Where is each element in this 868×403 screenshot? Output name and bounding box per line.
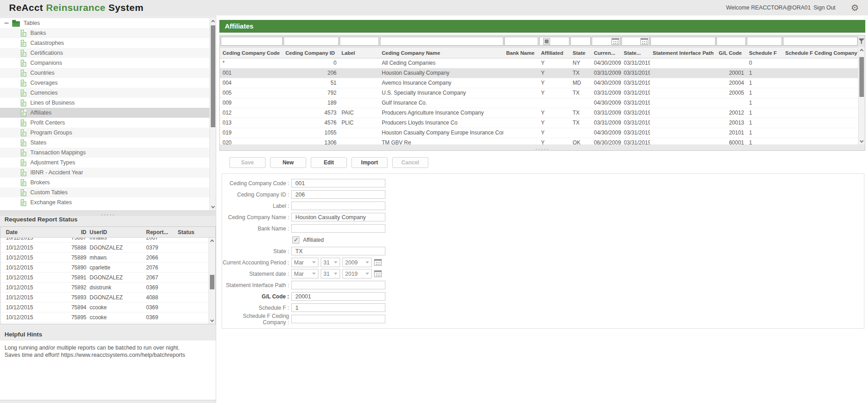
report-row[interactable]: 10/12/201575891DGONZALEZ2067: [0, 273, 209, 283]
filter-ceding-company-id[interactable]: [284, 37, 339, 46]
filter-label[interactable]: [340, 37, 379, 46]
filter-g-l-code[interactable]: [716, 37, 746, 46]
report-row[interactable]: 10/12/201575890cparlette2076: [0, 263, 209, 273]
grid-splitter[interactable]: ·····: [220, 144, 865, 150]
cap-month-select[interactable]: Mar: [291, 258, 318, 267]
report-row[interactable]: 10/12/201575892dsistrunk0369: [0, 283, 209, 293]
label-input[interactable]: [291, 202, 385, 210]
tree-item-currencies[interactable]: Currencies: [0, 88, 216, 98]
report-row[interactable]: 10/12/201575893DGONZALEZ4088: [0, 293, 209, 302]
col-header-state[interactable]: State: [570, 48, 591, 58]
calendar-icon[interactable]: [640, 38, 648, 45]
affiliated-checkbox[interactable]: [292, 236, 299, 244]
tree-item-certifications[interactable]: Certifications: [0, 48, 216, 58]
tree-item-transaction-mappings[interactable]: Transaction Mappings: [0, 148, 216, 158]
grid-row[interactable]: 0201306TM GBV ReYOK06/30/200903/31/20196…: [220, 138, 858, 144]
col-header-ceding-company-id[interactable]: Ceding Company ID: [283, 48, 339, 58]
filter-statement-interface-path[interactable]: [650, 37, 716, 46]
grid-scrollbar[interactable]: [858, 47, 865, 144]
tree-root-tables[interactable]: Tables: [0, 18, 216, 28]
report-col-header-report[interactable]: Report...: [145, 227, 177, 237]
col-header-statement-interface-path[interactable]: Statement Interface Path: [650, 48, 716, 58]
scrollbar-thumb[interactable]: [210, 275, 214, 289]
bank-name-input[interactable]: [291, 224, 385, 233]
col-header-curren[interactable]: Curren...: [591, 48, 621, 58]
tree-item-lines-of-business[interactable]: Lines of Business: [0, 98, 216, 108]
filter-state[interactable]: [621, 37, 650, 46]
col-header-g-l-code[interactable]: G/L Code: [716, 48, 746, 58]
cap-day-select[interactable]: 31: [321, 258, 340, 267]
grid-row[interactable]: 005792U.S. Specialty Insurance CompanyYT…: [220, 88, 858, 98]
ceding-company-id-input[interactable]: [291, 190, 385, 199]
grid-row[interactable]: 009189Gulf Insurance Co.04/30/200903/31/…: [220, 98, 858, 108]
grid-row[interactable]: 0191055Houston Casualty Company Europe I…: [220, 128, 858, 138]
import-button[interactable]: Import: [351, 157, 388, 168]
report-col-header-date[interactable]: Date: [0, 227, 71, 237]
scroll-down-icon[interactable]: [211, 205, 215, 208]
report-scrollbar[interactable]: [209, 238, 215, 324]
filter-state[interactable]: [570, 37, 591, 46]
col-header-state[interactable]: State...: [621, 48, 650, 58]
report-row[interactable]: 10/12/201575888DGONZALEZ0379: [0, 243, 209, 253]
funnel-icon[interactable]: [859, 38, 864, 44]
filter-affiliated[interactable]: [539, 37, 570, 46]
grid-row[interactable]: 001206Houston Casualty CompanyYTX03/31/2…: [220, 68, 858, 78]
tree-item-countries[interactable]: Countries: [0, 68, 216, 78]
filter-curren[interactable]: [592, 37, 621, 46]
collapse-minus-icon[interactable]: [5, 23, 9, 24]
edit-button[interactable]: Edit: [311, 157, 347, 168]
scroll-down-icon[interactable]: [210, 318, 214, 322]
col-header-bank-name[interactable]: Bank Name: [503, 48, 538, 58]
filter-bank-name[interactable]: [504, 37, 538, 46]
statement-interface-path-input[interactable]: [291, 281, 385, 289]
report-row[interactable]: 10/12/201575887mhaws2067: [0, 238, 209, 243]
calendar-icon[interactable]: [374, 270, 382, 277]
scroll-down-icon[interactable]: [860, 139, 863, 143]
statement-year-select[interactable]: 2019: [342, 269, 372, 278]
new-button[interactable]: New: [270, 157, 306, 168]
cap-year-select[interactable]: 2009: [342, 258, 372, 267]
report-row[interactable]: 10/12/201575895ccooke0369: [0, 312, 209, 322]
tree-item-profit-centers[interactable]: Profit Centers: [0, 118, 216, 128]
ceding-company-name-input[interactable]: [291, 213, 385, 221]
col-header-ceding-company-code[interactable]: Ceding Company Code: [220, 48, 283, 58]
tree-item-coverages[interactable]: Coverages: [0, 78, 216, 88]
report-col-header-status[interactable]: Status: [177, 227, 206, 237]
tree-item-banks[interactable]: Banks: [0, 28, 216, 38]
filter-schedule-f-ceding-company[interactable]: [783, 37, 858, 46]
state-input[interactable]: [291, 247, 385, 255]
scroll-up-icon[interactable]: [860, 49, 863, 53]
filter-ceding-company-name[interactable]: [380, 37, 503, 46]
tree-item-catastrophes[interactable]: Catastrophes: [0, 38, 216, 48]
tree-scrollbar[interactable]: [209, 18, 216, 210]
tree-item-affiliates[interactable]: Affiliates: [0, 108, 216, 118]
tree-item-program-groups[interactable]: Program Groups: [0, 128, 216, 138]
sign-out-link[interactable]: Sign Out: [813, 5, 835, 11]
schedule-f-input[interactable]: [291, 303, 385, 312]
grid-row[interactable]: 0134576PLICProducers Lloyds Insurance Co…: [220, 118, 858, 128]
tree-item-ibnr-accident-year[interactable]: IBNR - Accident Year: [0, 168, 216, 178]
report-col-header-id[interactable]: ID: [71, 227, 86, 237]
report-row[interactable]: 10/12/201575894ccooke0369: [0, 302, 209, 312]
report-row[interactable]: 10/12/201575889mhaws2066: [0, 253, 209, 263]
gl-code-input[interactable]: [291, 292, 385, 301]
grid-row[interactable]: 0124573PAICProducers Agriculture Insuran…: [220, 108, 858, 118]
tree-item-states[interactable]: States: [0, 138, 216, 148]
tree-item-brokers[interactable]: Brokers: [0, 178, 216, 187]
scrollbar-thumb[interactable]: [211, 25, 215, 127]
col-header-ceding-company-name[interactable]: Ceding Company Name: [379, 48, 503, 58]
tree-item-custom-tables[interactable]: Custom Tables: [0, 187, 216, 197]
ceding-company-code-input[interactable]: [291, 179, 385, 187]
calendar-icon[interactable]: [612, 38, 619, 45]
col-header-schedule-f-ceding-company[interactable]: Schedule F Ceding Company: [783, 48, 858, 58]
calendar-icon[interactable]: [374, 259, 382, 266]
checkbox-filter-icon[interactable]: [543, 38, 550, 45]
filter-ceding-company-code[interactable]: [221, 37, 283, 46]
scrollbar-thumb[interactable]: [859, 57, 864, 97]
tree-item-companions[interactable]: Companions: [0, 58, 216, 68]
settings-gear-icon[interactable]: [851, 3, 859, 12]
tree-item-exchange-rates[interactable]: Exchange Rates: [0, 197, 216, 207]
scroll-up-icon[interactable]: [211, 20, 215, 24]
grid-row[interactable]: *0All Ceding CompaniesYNY04/30/200903/31…: [220, 58, 858, 68]
scroll-up-icon[interactable]: [210, 240, 214, 243]
